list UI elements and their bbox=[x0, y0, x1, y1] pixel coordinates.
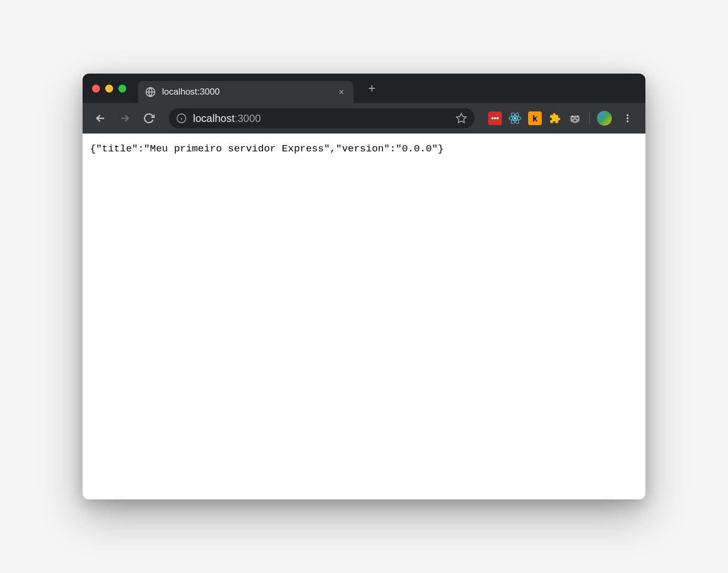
forward-button[interactable] bbox=[115, 109, 134, 128]
address-bar[interactable]: localhost:3000 bbox=[169, 108, 474, 128]
close-tab-button[interactable] bbox=[337, 87, 346, 97]
tab-strip: localhost:3000 bbox=[83, 74, 645, 103]
browser-tab[interactable]: localhost:3000 bbox=[138, 81, 353, 103]
url-host: localhost bbox=[193, 112, 235, 124]
info-icon[interactable] bbox=[176, 113, 187, 124]
window-controls bbox=[92, 85, 126, 93]
menu-button[interactable] bbox=[618, 109, 637, 128]
url-path: :3000 bbox=[235, 112, 261, 124]
separator bbox=[589, 112, 590, 125]
globe-icon bbox=[145, 87, 156, 97]
json-response-text: {"title":"Meu primeiro servidor Express"… bbox=[90, 143, 444, 155]
svg-marker-2 bbox=[457, 114, 466, 122]
bookmark-button[interactable] bbox=[456, 112, 467, 124]
toolbar: localhost:3000 ••• k bbox=[83, 103, 645, 134]
svg-point-13 bbox=[626, 120, 628, 122]
page-content[interactable]: {"title":"Meu primeiro servidor Express"… bbox=[83, 134, 645, 499]
window-minimize-button[interactable] bbox=[105, 85, 113, 93]
svg-point-9 bbox=[577, 118, 578, 119]
url-text: localhost:3000 bbox=[193, 112, 449, 125]
svg-point-10 bbox=[574, 120, 576, 121]
window-maximize-button[interactable] bbox=[118, 85, 126, 93]
svg-point-12 bbox=[626, 117, 628, 119]
extension-k-icon[interactable]: k bbox=[528, 111, 542, 125]
svg-point-3 bbox=[514, 117, 516, 119]
extension-puzzle-icon[interactable] bbox=[548, 111, 562, 125]
window-close-button[interactable] bbox=[92, 85, 100, 93]
back-button[interactable] bbox=[91, 109, 110, 128]
extension-badger-icon[interactable] bbox=[568, 111, 582, 125]
extensions: ••• k bbox=[488, 109, 637, 128]
reload-button[interactable] bbox=[139, 109, 158, 128]
new-tab-button[interactable] bbox=[363, 79, 381, 97]
tab-title: localhost:3000 bbox=[162, 87, 330, 97]
profile-avatar[interactable] bbox=[597, 111, 612, 126]
svg-point-11 bbox=[626, 115, 628, 116]
browser-window: localhost:3000 bbox=[83, 74, 645, 499]
extension-react-icon[interactable] bbox=[508, 111, 522, 125]
extension-lastpass-icon[interactable]: ••• bbox=[488, 111, 502, 125]
svg-point-8 bbox=[572, 118, 574, 119]
